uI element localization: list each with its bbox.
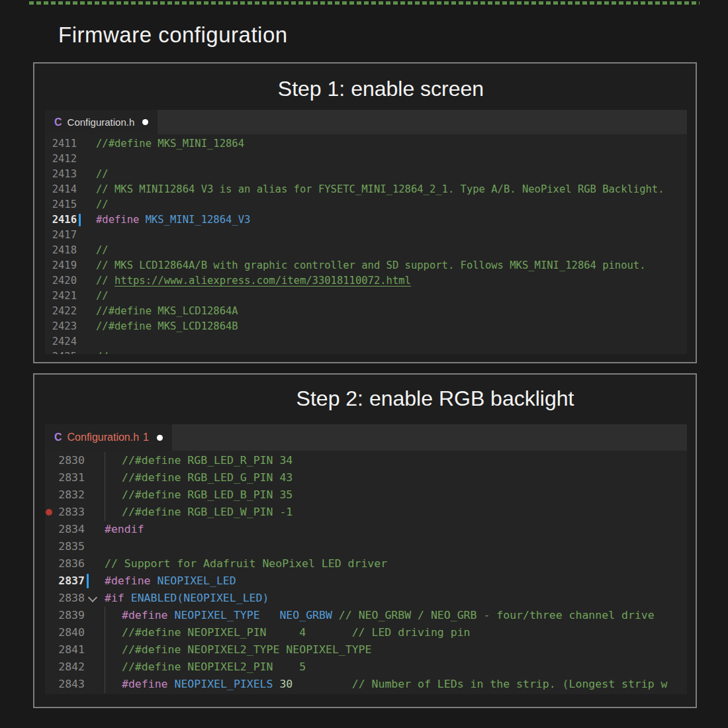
code-token: #if [105,592,124,604]
code-text: #define NEOPIXEL_TYPE NEO_GRBW // NEO_GR… [105,607,687,624]
line-number[interactable]: 2839 [54,607,85,624]
code-line[interactable]: 2414// MKS MINI12864 V3 is an alias for … [45,182,687,197]
code-line[interactable]: 2832//#define RGB_LED_B_PIN 35 [45,486,687,504]
line-number[interactable]: 2418 [50,243,77,258]
gutter-slot [85,538,105,555]
code-token: // MKS MINI12864 V3 is an alias for FYSE… [96,183,664,195]
line-number[interactable]: 2417 [50,228,77,243]
code-line[interactable]: 2413// [45,167,687,182]
tab-configuration-h-modified[interactable]: C Configuration.h 1 [45,424,172,451]
code-token: // Support for Adafruit NeoPixel LED dri… [105,557,387,570]
line-number[interactable]: 2841 [54,641,85,659]
line-number[interactable]: 2840 [54,624,85,641]
breakpoint-gutter [45,349,50,354]
line-number[interactable]: 2412 [50,152,77,167]
tab-label: Configuration.h [68,116,135,128]
code-token: //#define MKS_LCD12864A [96,305,238,317]
code-line[interactable]: 2833//#define RGB_LED_W_PIN -1 [45,504,687,521]
gutter-slot [77,289,96,304]
fold-chevron-icon[interactable] [88,593,97,602]
line-number[interactable]: 2415 [50,197,77,212]
code-line[interactable]: 2421// [45,289,687,304]
breakpoint-gutter [45,555,54,572]
code-token: //#define MKS_MINI_12864 [96,138,244,150]
line-number[interactable]: 2414 [50,182,77,197]
code-line[interactable]: 2838#if ENABLED(NEOPIXEL_LED) [45,590,687,607]
breakpoint-gutter [45,469,54,486]
line-number[interactable]: 2836 [54,555,85,572]
line-number[interactable]: 2833 [54,504,85,521]
code-line[interactable]: 2422//#define MKS_LCD12864A [45,304,687,319]
code-token: // [96,244,109,256]
line-number[interactable]: 2425 [50,349,77,354]
code-link[interactable]: https://www.aliexpress.com/item/33018110… [114,275,411,287]
code-line[interactable]: 2425// [45,349,687,354]
breakpoint-gutter [45,624,54,641]
code-line[interactable]: 2830//#define RGB_LED_R_PIN 34 [45,452,687,469]
code-line[interactable]: 2418// [45,243,687,258]
line-number[interactable]: 2421 [50,289,77,304]
line-number[interactable]: 2413 [50,167,77,182]
line-number[interactable]: 2843 [54,676,85,693]
code-line[interactable]: 2424 [45,334,687,349]
code-token: //#define NEOPIXEL2_PIN 5 [122,660,306,673]
code-line[interactable]: 2423//#define MKS_LCD12864B [45,319,687,334]
code-line[interactable]: 2834#endif [45,521,687,538]
line-number[interactable]: 2832 [54,486,85,504]
breakpoint-icon[interactable] [45,504,54,521]
code-line[interactable]: 2842//#define NEOPIXEL2_PIN 5 [45,659,687,676]
line-number[interactable]: 2830 [54,452,85,469]
code-line[interactable]: 2415// [45,197,687,212]
breakpoint-gutter [45,228,50,243]
code-token: //#define RGB_LED_G_PIN 43 [122,471,293,484]
line-number[interactable]: 2419 [50,258,77,273]
breakpoint-gutter [45,521,54,538]
code-line[interactable]: 2840//#define NEOPIXEL_PIN 4 // LED driv… [45,624,687,641]
line-number[interactable]: 2837 [54,572,85,590]
gutter-slot [85,659,105,676]
line-number[interactable]: 2411 [50,136,77,152]
code-line[interactable]: 2831//#define RGB_LED_G_PIN 43 [45,469,687,486]
line-number[interactable]: 2416 [50,212,77,228]
line-number[interactable]: 2838 [54,590,85,607]
code-line[interactable]: 2411//#define MKS_MINI_12864 [45,136,687,152]
code-line[interactable]: 2835 [45,538,687,555]
code-editor-step2[interactable]: 2830//#define RGB_LED_R_PIN 342831//#def… [45,451,687,694]
code-line[interactable]: 2841//#define NEOPIXEL2_TYPE NEOPIXEL_TY… [45,641,687,659]
code-line[interactable]: 2419// MKS LCD12864A/B with graphic cont… [45,258,687,273]
code-line[interactable]: 2417 [45,228,687,243]
code-text: // [96,349,687,354]
gutter-slot [77,334,96,349]
line-number[interactable]: 2834 [54,521,85,538]
code-token: #define [122,609,168,621]
code-line[interactable]: 2837#define NEOPIXEL_LED [45,572,687,590]
code-line[interactable]: 2843#define NEOPIXEL_PIXELS 30 // Number… [45,676,687,693]
tab-configuration-h[interactable]: C Configuration.h [45,110,158,134]
line-number[interactable]: 2424 [50,334,77,349]
line-number[interactable]: 2831 [54,469,85,486]
modified-dot-icon[interactable] [142,119,148,125]
code-line[interactable]: 2836// Support for Adafruit NeoPixel LED… [45,555,687,572]
line-number[interactable]: 2422 [50,304,77,319]
modified-dot-icon[interactable] [157,435,163,441]
line-number[interactable]: 2842 [54,659,85,676]
step2-tab-bar: C Configuration.h 1 [45,424,687,451]
line-number[interactable]: 2423 [50,319,77,334]
code-token: // [96,168,109,180]
code-line[interactable]: 2420// https://www.aliexpress.com/item/3… [45,273,687,289]
code-token [168,678,175,690]
c-language-icon: C [54,116,62,128]
code-token [124,592,131,604]
gutter-slot [85,572,105,590]
line-number[interactable]: 2835 [54,538,85,555]
breakpoint-gutter [45,212,50,228]
line-number[interactable]: 2420 [50,273,77,289]
code-line[interactable]: 2416#define MKS_MINI_12864_V3 [45,212,687,228]
code-text: //#define RGB_LED_G_PIN 43 [105,469,687,486]
code-text: // MKS LCD12864A/B with graphic controll… [96,258,687,273]
code-token: #define [96,214,139,226]
code-line[interactable]: 2412 [45,152,687,167]
code-editor-step1[interactable]: 2411//#define MKS_MINI_1286424122413//24… [45,134,687,354]
code-line[interactable]: 2839#define NEOPIXEL_TYPE NEO_GRBW // NE… [45,607,687,624]
gutter-slot [85,624,105,641]
